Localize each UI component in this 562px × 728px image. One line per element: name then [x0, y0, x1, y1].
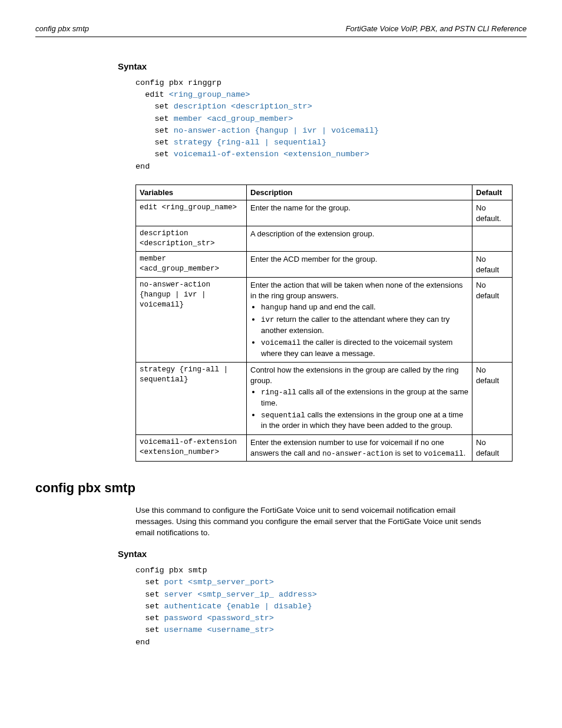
code-line: end — [135, 638, 150, 647]
code-line: edit — [135, 90, 169, 99]
desc-text: Enter the action that will be taken when… — [250, 281, 463, 300]
list-text: return the caller to the attendant where… — [261, 315, 449, 335]
var-cell: member <acd_group_member> — [136, 252, 247, 278]
syntax-heading-2: Syntax — [118, 548, 527, 560]
desc-cell: Control how the extensions in the group … — [247, 363, 472, 435]
table-header-row: Variables Description Default — [136, 185, 513, 200]
list-item: ring-all calls all of the extensions in … — [261, 387, 468, 408]
syntax-heading-1: Syntax — [118, 61, 527, 73]
table-row: no-answer-action {hangup | ivr | voicema… — [136, 278, 513, 363]
code-line: set — [135, 150, 174, 159]
code-keyword: strategy {ring-all | sequential} — [174, 138, 326, 147]
variables-table: Variables Description Default edit <ring… — [135, 185, 513, 462]
inline-code: no-answer-action — [322, 450, 393, 458]
inline-code: hangup — [261, 304, 287, 312]
col-description: Description — [247, 185, 472, 200]
desc-cell: Enter the action that will be taken when… — [247, 278, 472, 363]
var-cell: strategy {ring-all | sequential} — [136, 363, 247, 435]
code-line: set — [135, 614, 164, 622]
def-cell — [472, 226, 513, 252]
code-line: config pbx ringgrp — [135, 78, 222, 87]
code-keyword: voicemail-of-extension <extension_number… — [174, 150, 369, 159]
code-keyword: username <username_str> — [164, 625, 274, 634]
content-area: Syntax config pbx ringgrp edit <ring_gro… — [118, 61, 527, 462]
code-keyword: port <smtp_server_port> — [164, 578, 274, 587]
desc-list: hangup hand up and end the call. ivr ret… — [250, 302, 468, 358]
code-line: set — [135, 590, 164, 599]
header-right: FortiGate Voice VoIP, PBX, and PSTN CLI … — [346, 24, 527, 34]
content-area-2: Use this command to configure the FortiG… — [118, 505, 527, 648]
desc-text: is set to — [393, 449, 424, 457]
code-line: set — [135, 578, 164, 587]
table-row: description <description_str> A descript… — [136, 226, 513, 252]
page-header: config pbx smtp FortiGate Voice VoIP, PB… — [35, 24, 527, 37]
col-variables: Variables — [136, 185, 247, 200]
list-text: hand up and end the call. — [287, 302, 376, 311]
code-line: set — [135, 114, 174, 123]
inline-code: voicemail — [424, 450, 464, 458]
desc-cell: A description of the extension group. — [247, 226, 472, 252]
list-item: ivr return the caller to the attendant w… — [261, 314, 468, 335]
desc-text: . — [464, 449, 466, 457]
table-row: strategy {ring-all | sequential} Control… — [136, 363, 513, 435]
code-line: set — [135, 138, 174, 147]
table-row: member <acd_group_member> Enter the ACD … — [136, 252, 513, 278]
def-cell: No default. — [472, 200, 513, 226]
def-cell: No default — [472, 435, 513, 462]
code-line: set — [135, 602, 164, 611]
inline-code: sequential — [261, 411, 305, 420]
code-keyword: server <smtp_server_ip_ address> — [164, 590, 317, 599]
var-cell: voicemail-of-extension <extension_number… — [136, 435, 247, 462]
def-cell: No default — [472, 252, 513, 278]
code-keyword: member <acd_group_member> — [174, 114, 293, 123]
code-block-2: config pbx smtp set port <smtp_server_po… — [135, 565, 527, 648]
table-row: voicemail-of-extension <extension_number… — [136, 435, 513, 462]
var-cell: edit <ring_group_name> — [136, 200, 247, 226]
inline-code: ring-all — [261, 388, 296, 397]
code-line: config pbx smtp — [135, 566, 207, 575]
desc-list: ring-all calls all of the extensions in … — [250, 387, 468, 431]
table-row: edit <ring_group_name> Enter the name fo… — [136, 200, 513, 226]
desc-text: Control how the extensions in the group … — [250, 365, 458, 385]
section-body: Use this command to configure the FortiG… — [135, 505, 495, 539]
inline-code: ivr — [261, 316, 275, 324]
var-cell: no-answer-action {hangup | ivr | voicema… — [136, 278, 247, 363]
code-keyword: no-answer-action {hangup | ivr | voicema… — [174, 126, 379, 135]
desc-cell: Enter the name for the group. — [247, 200, 472, 226]
code-block-1: config pbx ringgrp edit <ring_group_name… — [135, 77, 527, 173]
def-cell: No default — [472, 363, 513, 435]
var-cell: description <description_str> — [136, 226, 247, 252]
col-default: Default — [472, 185, 513, 200]
code-line: set — [135, 625, 164, 634]
def-cell: No default — [472, 278, 513, 363]
inline-code: voicemail — [261, 339, 301, 347]
code-line: set — [135, 126, 174, 135]
section-heading: config pbx smtp — [35, 479, 527, 497]
list-item: sequential calls the extensions in the g… — [261, 410, 468, 431]
list-item: voicemail the caller is directed to the … — [261, 337, 468, 358]
code-line: set — [135, 102, 174, 111]
code-keyword: <ring_group_name> — [169, 90, 250, 99]
desc-cell: Enter the ACD member for the group. — [247, 252, 472, 278]
code-keyword: description <description_str> — [174, 102, 312, 111]
desc-cell: Enter the extension number to use for vo… — [247, 435, 472, 462]
code-keyword: authenticate {enable | disable} — [164, 602, 312, 611]
list-item: hangup hand up and end the call. — [261, 302, 468, 313]
code-keyword: password <password_str> — [164, 614, 274, 622]
header-left: config pbx smtp — [35, 24, 89, 34]
code-line: end — [135, 162, 150, 171]
